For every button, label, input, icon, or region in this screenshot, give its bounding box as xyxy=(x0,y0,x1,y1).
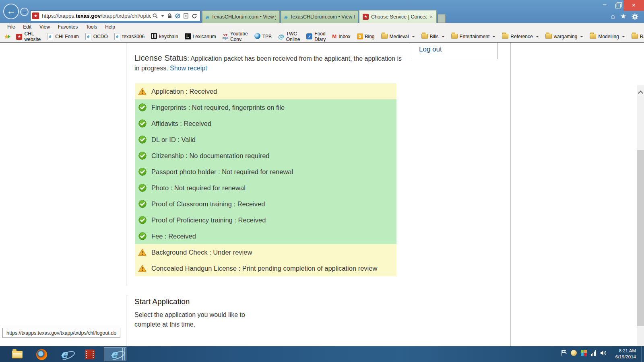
favorite-reference[interactable]: Reference xyxy=(499,32,542,41)
logout-link[interactable]: Log out xyxy=(419,45,442,53)
favorite-label: Lexicanum xyxy=(193,34,216,39)
folder-icon xyxy=(381,33,388,40)
favorites-star-icon[interactable]: ★ xyxy=(620,12,626,21)
status-row: Proof of Classroom training : Received xyxy=(135,196,396,212)
vertical-scrollbar[interactable] xyxy=(637,85,644,362)
favorite-label: CHLForum xyxy=(55,34,79,39)
forward-icon: → xyxy=(22,9,27,14)
gear-icon[interactable] xyxy=(632,13,638,20)
status-row: Citizenship : No documentation required xyxy=(135,148,396,164)
favorite-label: TPB xyxy=(262,34,272,39)
address-bar[interactable]: ★ https://txapps.texas.gov/txapp/txdps/c… xyxy=(30,10,200,21)
spiral-icon: @ xyxy=(278,33,284,40)
favorite-texas3006[interactable]: etexas3006 xyxy=(111,32,148,41)
browser-chrome: ← → ★ https://txapps.texas.gov/txapp/txd… xyxy=(0,0,644,23)
menu-item-file[interactable]: File xyxy=(3,24,19,30)
favorite-radio[interactable]: RADIO xyxy=(628,32,644,41)
favorite-label: Food Diary xyxy=(314,31,326,42)
status-row: Proof of Proficiency training : Received xyxy=(135,212,396,228)
show-desktop-button[interactable] xyxy=(641,346,644,362)
chevron-down-icon xyxy=(622,36,625,37)
taskbar-firefox-icon[interactable] xyxy=(35,348,47,360)
action-center-flag-icon[interactable] xyxy=(561,350,567,356)
favorite-inbox[interactable]: MInbox xyxy=(329,32,353,41)
favorite-food-diary[interactable]: xFood Diary xyxy=(303,32,329,41)
show-receipt-link[interactable]: Show receipt xyxy=(170,65,207,72)
pie-icon[interactable] xyxy=(571,350,577,356)
content-left-border xyxy=(126,43,126,286)
volume-icon[interactable] xyxy=(600,350,607,356)
favorite-chl-website[interactable]: ★CHL website xyxy=(13,32,44,41)
menu-item-tools[interactable]: Tools xyxy=(82,24,101,30)
antivirus-icon[interactable] xyxy=(581,350,587,356)
favorite-modelling[interactable]: Modelling xyxy=(586,32,628,41)
favorite-keychain[interactable]: keychain xyxy=(148,32,181,41)
check-icon xyxy=(138,136,147,144)
status-row: Photo : Not required for renewal xyxy=(135,180,396,196)
favorite-lexicanum[interactable]: LLexicanum xyxy=(182,32,219,41)
search-icon[interactable] xyxy=(153,13,158,19)
tracking-protection-icon[interactable] xyxy=(175,13,180,19)
menu-item-help[interactable]: Help xyxy=(101,24,119,30)
favorite-tpb[interactable]: TPB xyxy=(251,32,275,41)
status-row-text: Application : Received xyxy=(151,86,217,96)
favorite-chlforum[interactable]: eCHLForum xyxy=(44,32,82,41)
favorite-ocdo[interactable]: eOCDO xyxy=(82,32,111,41)
scroll-up-icon[interactable] xyxy=(638,90,643,96)
favorite-twc-online[interactable]: @TWC Online xyxy=(275,32,303,41)
restore-button[interactable] xyxy=(612,0,623,11)
scrollbar-thumb[interactable] xyxy=(637,150,644,326)
minimize-button[interactable]: – xyxy=(599,0,610,11)
bing-icon: b xyxy=(357,33,363,39)
ytmp3-icon: YTmp3 xyxy=(223,34,228,39)
add-favorite-icon[interactable]: ★ xyxy=(4,33,10,40)
tab-active[interactable]: ★Choose Service | Concealed...× xyxy=(359,10,437,23)
check-icon xyxy=(138,216,147,224)
texas-icon: ★ xyxy=(16,33,22,40)
menu-item-view[interactable]: View xyxy=(35,24,54,30)
favorite-wargaming[interactable]: wargaming xyxy=(542,32,587,41)
taskbar-internet-explorer-active-icon[interactable]: e xyxy=(109,348,121,360)
back-button[interactable]: ← xyxy=(3,4,19,19)
globe-icon xyxy=(254,33,260,40)
status-row: Fee : Received xyxy=(135,228,396,244)
menu-item-favorites[interactable]: Favorites xyxy=(54,24,82,30)
refresh-icon[interactable] xyxy=(192,13,197,19)
page-content: Log out License Status: Application pack… xyxy=(0,43,644,346)
chevron-down-icon xyxy=(442,36,445,37)
taskbar-internet-explorer-icon[interactable]: e xyxy=(59,348,71,360)
check-icon xyxy=(138,103,147,111)
chevron-down-icon xyxy=(412,36,415,37)
url-text[interactable]: https://txapps.texas.gov/txapp/txdps/chl… xyxy=(42,13,151,19)
status-row-text: Concealed Handgun License : Print pendin… xyxy=(151,263,377,273)
favorite-bills[interactable]: Bills xyxy=(418,32,448,41)
ie-doc-icon: e xyxy=(85,33,91,40)
tab-close-icon[interactable]: × xyxy=(429,14,433,20)
favorite-label: texas3006 xyxy=(122,34,144,39)
forward-button[interactable]: → xyxy=(20,8,29,16)
favorite-bing[interactable]: bBing xyxy=(354,32,378,41)
taskbar-movie-maker-icon[interactable] xyxy=(84,348,96,360)
taskbar-file-explorer-icon[interactable] xyxy=(11,348,23,360)
tab-title: TexasCHLforum.com • View to... xyxy=(290,14,355,20)
home-icon[interactable]: ⌂ xyxy=(611,12,615,21)
favorite-youtube-conv-[interactable]: YTmp3Youtube Conv. xyxy=(219,32,251,41)
close-button[interactable]: × xyxy=(623,0,644,11)
search-dropdown-caret-icon[interactable] xyxy=(161,15,164,17)
windows-taskbar: 8:21 AM 6/19/2014 ee xyxy=(0,346,644,362)
new-tab-button[interactable] xyxy=(438,14,446,23)
favorite-entertainment[interactable]: Entertainment xyxy=(448,32,499,41)
status-row: DL or ID : Valid xyxy=(135,132,396,148)
folder-icon xyxy=(451,33,458,40)
taskbar-clock[interactable]: 8:21 AM 6/19/2014 xyxy=(615,348,636,360)
favorite-medieval[interactable]: Medieval xyxy=(378,32,418,41)
compatibility-view-icon[interactable] xyxy=(184,13,188,19)
tab[interactable]: eTexasCHLforum.com • View y... xyxy=(202,10,280,23)
tab[interactable]: eTexasCHLforum.com • View to... xyxy=(281,10,358,23)
status-row-text: Proof of Classroom training : Received xyxy=(151,199,265,209)
warning-icon xyxy=(138,264,147,272)
network-signal-icon[interactable] xyxy=(591,350,596,356)
status-row-text: DL or ID : Valid xyxy=(151,135,196,144)
chevron-down-icon xyxy=(580,36,583,37)
menu-item-edit[interactable]: Edit xyxy=(19,24,35,30)
